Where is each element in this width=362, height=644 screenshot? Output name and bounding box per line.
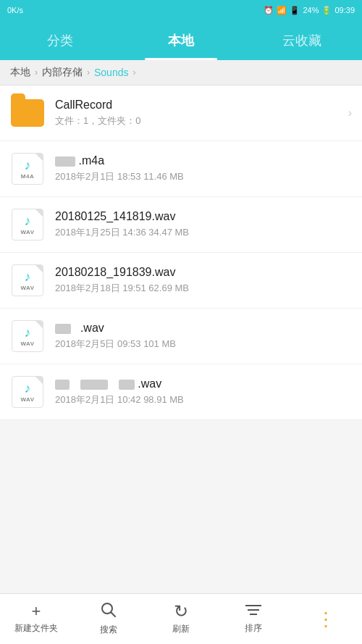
file-name-ext: .wav [80, 322, 104, 334]
breadcrumb-sounds[interactable]: Sounds [94, 67, 128, 78]
file-info-wav3: .wav 2018年2月5日 09:53 101 MB [55, 322, 352, 351]
bottom-toolbar: + 新建文件夹 搜索 ↻ 刷新 排序 ⋮ [0, 593, 362, 644]
breadcrumb-sep-3: › [132, 67, 135, 78]
list-item[interactable]: ♪ WAV 20180218_191839.wav 2018年2月18日 19:… [0, 253, 362, 309]
tab-local[interactable]: 本地 [121, 20, 242, 60]
audio-file-icon: ♪ WAV [10, 207, 45, 242]
audio-file-icon: ♪ WAV [10, 263, 45, 298]
list-item[interactable]: ♪ WAV 20180125_141819.wav 2018年1月25日 14:… [0, 197, 362, 253]
file-name: .wav [55, 377, 352, 390]
more-button[interactable]: ⋮ [290, 594, 362, 644]
list-item[interactable]: CallRecord 文件：1，文件夹：0 › [0, 85, 362, 141]
file-name: 20180125_141819.wav [55, 210, 352, 223]
battery-text: 24% [303, 6, 319, 14]
file-name-ext: .m4a [78, 154, 104, 167]
list-item[interactable]: ♪ M4A .m4a 2018年2月1日 18:53 11.46 MB [0, 141, 362, 197]
file-info-wav1: 20180125_141819.wav 2018年1月25日 14:36 34.… [55, 210, 352, 239]
redacted-text [55, 156, 75, 167]
search-icon [101, 602, 117, 621]
file-name: .m4a [55, 154, 352, 167]
file-name: 20180218_191839.wav [55, 266, 352, 279]
svg-line-1 [111, 612, 115, 616]
wifi-icon: 📶 [277, 6, 287, 15]
redacted-text-a [55, 380, 70, 390]
clock-icon: ⏰ [264, 6, 274, 15]
folder-icon [10, 96, 45, 130]
search-label: 搜索 [100, 624, 117, 636]
tab-cloud[interactable]: 云收藏 [241, 20, 362, 60]
file-meta: 2018年1月25日 14:36 34.47 MB [55, 226, 352, 239]
file-info-m4a: .m4a 2018年2月1日 18:53 11.46 MB [55, 154, 352, 183]
new-folder-button[interactable]: + 新建文件夹 [0, 594, 72, 644]
tab-categories-label: 分类 [47, 32, 73, 49]
sort-button[interactable]: 排序 [217, 594, 290, 644]
redacted-text [55, 324, 71, 334]
music-note-icon: ♪ [25, 382, 31, 395]
audio-file-icon: ♪ WAV [10, 319, 45, 354]
file-name: .wav [55, 322, 352, 335]
battery-icon: 🔋 [321, 6, 332, 15]
file-name-ext: .wav [138, 377, 161, 390]
music-note-icon: ♪ [25, 159, 31, 172]
breadcrumb-sep-1: › [35, 67, 38, 78]
file-info-wav2: 20180218_191839.wav 2018年2月18日 19:51 62.… [55, 266, 352, 295]
refresh-label: 刷新 [172, 623, 190, 635]
tab-cloud-label: 云收藏 [282, 32, 321, 49]
refresh-button[interactable]: ↻ 刷新 [145, 594, 217, 644]
file-meta: 2018年2月5日 09:53 101 MB [55, 338, 352, 351]
breadcrumb: 本地 › 内部存储 › Sounds › [0, 60, 362, 85]
time-display: 09:39 [334, 6, 355, 14]
file-meta: 文件：1，文件夹：0 [55, 114, 342, 127]
refresh-icon: ↻ [174, 603, 188, 620]
music-note-icon: ♪ [25, 214, 31, 227]
network-speed: 0K/s [7, 6, 23, 14]
search-button[interactable]: 搜索 [72, 594, 145, 644]
breadcrumb-internal[interactable]: 内部存储 [42, 66, 83, 79]
file-info-callrecord: CallRecord 文件：1，文件夹：0 [55, 99, 342, 127]
list-item[interactable]: ♪ WAV .wav 2018年2月1日 10:42 98.91 MB [0, 364, 362, 420]
tab-local-label: 本地 [168, 32, 194, 49]
file-meta: 2018年2月18日 19:51 62.69 MB [55, 282, 352, 295]
audio-file-icon: ♪ WAV [10, 375, 45, 409]
file-meta: 2018年2月1日 10:42 98.91 MB [55, 393, 352, 406]
file-meta: 2018年2月1日 18:53 11.46 MB [55, 170, 352, 183]
status-bar: 0K/s ⏰ 📶 📱 24% 🔋 09:39 [0, 0, 362, 20]
breadcrumb-local[interactable]: 本地 [10, 66, 30, 79]
music-note-icon: ♪ [25, 270, 31, 283]
chevron-right-icon: › [348, 106, 352, 120]
sort-icon [245, 603, 261, 619]
redacted-text-c [119, 380, 135, 390]
signal-icon: 📱 [290, 6, 300, 15]
file-name: CallRecord [55, 99, 342, 112]
list-item[interactable]: ♪ WAV .wav 2018年2月5日 09:53 101 MB [0, 309, 362, 364]
navigation-tabs: 分类 本地 云收藏 [0, 20, 362, 60]
more-icon: ⋮ [316, 610, 336, 629]
music-note-icon: ♪ [25, 326, 31, 339]
sort-label: 排序 [245, 622, 262, 635]
new-folder-label: 新建文件夹 [14, 622, 58, 635]
audio-file-icon: ♪ M4A [10, 151, 45, 186]
redacted-text-b [80, 380, 108, 390]
file-list: CallRecord 文件：1，文件夹：0 › ♪ M4A .m4a 2018年… [0, 85, 362, 591]
breadcrumb-sep-2: › [87, 67, 90, 78]
plus-icon: + [32, 603, 41, 619]
file-info-wav4: .wav 2018年2月1日 10:42 98.91 MB [55, 377, 352, 406]
tab-categories[interactable]: 分类 [0, 20, 121, 60]
